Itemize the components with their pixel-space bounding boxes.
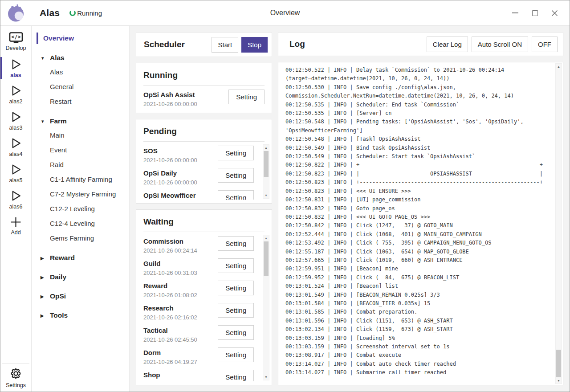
task-nav: Overview ▼ Alas AlasGeneralRestart ▼ Far… xyxy=(32,26,130,392)
nav-group-opsi[interactable]: ▶ OpSi xyxy=(32,290,129,303)
main-area: Scheduler Start Stop Running OpSi Ash As… xyxy=(130,26,570,392)
close-button[interactable] xyxy=(551,9,558,16)
maximize-icon xyxy=(532,10,538,16)
log-buttons: Clear Log Auto Scroll ON OFF xyxy=(427,37,558,52)
task-row: Commission 2021-10-26 00:24:14 Setting xyxy=(143,236,254,258)
task-setting-button[interactable]: Setting xyxy=(218,325,254,340)
nav-group-tools[interactable]: ▶ Tools xyxy=(32,309,129,322)
auto-scroll-off-button[interactable]: OFF xyxy=(532,37,558,52)
waiting-task-list: Commission 2021-10-26 00:24:14 Setting G… xyxy=(143,232,265,381)
task-name: OpSi Meowfficer Farming xyxy=(143,190,218,200)
nav-item-gems-farming[interactable]: Gems Farming xyxy=(32,231,129,245)
nav-item-main[interactable]: Main xyxy=(32,128,129,143)
task-row: OpSi Ash Assist 2021-10-26 00:00:00 Sett… xyxy=(143,90,265,109)
nav-item-c7-2-mystery-farming[interactable]: C7-2 Mystery Farming xyxy=(32,187,129,201)
task-next-run: 2021-10-26 00:00:00 xyxy=(143,179,197,186)
log-scrollbar[interactable]: ▲ ▼ xyxy=(555,63,562,384)
nav-group-daily[interactable]: ▶ Daily xyxy=(32,270,129,284)
start-button[interactable]: Start xyxy=(212,37,238,53)
scroll-up-icon[interactable]: ▲ xyxy=(263,145,269,151)
pending-card: Pending SOS 2021-10-26 00:00:00 Setting … xyxy=(136,119,272,204)
waiting-scrollbar[interactable]: ▲ ▼ xyxy=(263,235,269,380)
task-next-run: 2021-10-26 01:08:02 xyxy=(143,292,197,298)
task-row: Dorm 2021-10-26 04:19:27 Setting xyxy=(143,347,254,370)
nav-group-label: Daily xyxy=(50,273,66,281)
scroll-down-icon[interactable]: ▼ xyxy=(556,378,562,384)
rail-item-label: alas2 xyxy=(9,98,23,105)
log-column: Log Clear Log Auto Scroll ON OFF 00:12:5… xyxy=(278,32,563,385)
nav-group-farm[interactable]: ▼ Farm xyxy=(32,114,129,128)
scheduler-card: Scheduler Start Stop xyxy=(136,32,272,57)
waiting-card: Waiting Commission 2021-10-26 00:24:14 S… xyxy=(136,209,272,385)
play-icon xyxy=(9,57,23,71)
nav-item-overview[interactable]: Overview xyxy=(32,31,129,45)
scrollbar-thumb[interactable] xyxy=(264,151,269,177)
task-setting-button[interactable]: Setting xyxy=(218,281,254,295)
rail-item-alas5[interactable]: alas5 xyxy=(0,160,31,186)
rail-item-alas4[interactable]: alas4 xyxy=(0,134,31,160)
rail-item-develop[interactable]: </> Develop xyxy=(0,29,31,55)
nav-group-label: Alas xyxy=(50,54,65,62)
scrollbar-thumb[interactable] xyxy=(264,241,269,276)
scrollbar-thumb[interactable] xyxy=(556,350,561,377)
nav-group-alas[interactable]: ▼ Alas xyxy=(32,51,129,65)
running-spinner-icon xyxy=(69,10,76,16)
task-name: Shop xyxy=(143,370,160,379)
clear-log-button[interactable]: Clear Log xyxy=(427,37,468,52)
task-name: Commission xyxy=(143,236,197,245)
nav-item-restart[interactable]: Restart xyxy=(32,94,129,109)
code-monitor-icon: </> xyxy=(9,32,23,44)
play-icon xyxy=(9,110,23,124)
rail-item-alas[interactable]: alas xyxy=(0,55,31,81)
task-next-run: 2021-10-26 00:00:00 xyxy=(143,101,197,107)
task-setting-button[interactable]: Setting xyxy=(218,370,254,381)
task-name: OpSi Ash Assist xyxy=(143,90,197,99)
nav-item-raid[interactable]: Raid xyxy=(32,157,129,172)
nav-item-c12-2-leveling[interactable]: C12-2 Leveling xyxy=(32,201,129,216)
scroll-down-icon[interactable]: ▼ xyxy=(263,192,269,198)
maximize-button[interactable] xyxy=(531,9,538,16)
task-setting-button[interactable]: Setting xyxy=(228,90,265,104)
rail-item-label: alas6 xyxy=(9,204,23,210)
task-setting-button[interactable]: Setting xyxy=(218,146,254,160)
app-window: Alas Running Overview </> Develop alas a… xyxy=(0,0,570,392)
task-setting-button[interactable]: Setting xyxy=(218,168,254,183)
task-setting-button[interactable]: Setting xyxy=(218,236,254,251)
nav-group-reward[interactable]: ▶ Reward xyxy=(32,251,129,265)
nav-item-alas[interactable]: Alas xyxy=(32,65,129,79)
nav-group: ▶ Daily xyxy=(32,270,129,284)
nav-item-event[interactable]: Event xyxy=(32,143,129,157)
rail-item-add[interactable]: Add xyxy=(0,212,31,239)
task-row: Shop Setting xyxy=(143,370,254,381)
rail-item-alas6[interactable]: alas6 xyxy=(0,186,31,212)
nav-item-c12-4-leveling[interactable]: C12-4 Leveling xyxy=(32,216,129,231)
nav-group: ▶ Tools xyxy=(32,309,129,322)
log-body-card: 00:12:50.522 | INFO | Delay task `Commis… xyxy=(278,62,563,385)
pending-scrollbar[interactable]: ▲ ▼ xyxy=(263,144,269,199)
close-icon xyxy=(551,10,558,16)
log-header-card: Log Clear Log Auto Scroll ON OFF xyxy=(278,32,563,56)
rail-item-alas2[interactable]: alas2 xyxy=(0,81,31,107)
task-setting-button[interactable]: Setting xyxy=(218,258,254,273)
task-row: SOS 2021-10-26 00:00:00 Setting xyxy=(143,146,254,168)
nav-item-general[interactable]: General xyxy=(32,79,129,94)
nav-item-c1-1-affinity-farming[interactable]: C1-1 Affinity Farming xyxy=(32,172,129,187)
stop-button[interactable]: Stop xyxy=(241,37,268,53)
task-setting-button[interactable]: Setting xyxy=(218,347,254,362)
minimize-button[interactable] xyxy=(512,9,519,16)
task-setting-button[interactable]: Setting xyxy=(218,303,254,318)
nav-group-label: Reward xyxy=(50,254,75,262)
task-setting-button[interactable]: Setting xyxy=(218,190,254,200)
rail-item-settings[interactable]: Settings xyxy=(2,363,29,392)
scroll-down-icon[interactable]: ▼ xyxy=(263,374,269,380)
waiting-title: Waiting xyxy=(143,213,265,232)
log-output[interactable]: 00:12:50.522 | INFO | Delay task `Commis… xyxy=(285,66,549,377)
task-row: Reward 2021-10-26 01:08:02 Setting xyxy=(143,281,254,303)
auto-scroll-on-button[interactable]: Auto Scroll ON xyxy=(472,37,528,52)
scroll-up-icon[interactable]: ▲ xyxy=(556,64,562,69)
scroll-up-icon[interactable]: ▲ xyxy=(263,235,269,241)
play-icon xyxy=(9,163,23,176)
task-name: Research xyxy=(143,303,197,312)
task-name: Dorm xyxy=(143,347,197,357)
rail-item-alas3[interactable]: alas3 xyxy=(0,107,31,134)
